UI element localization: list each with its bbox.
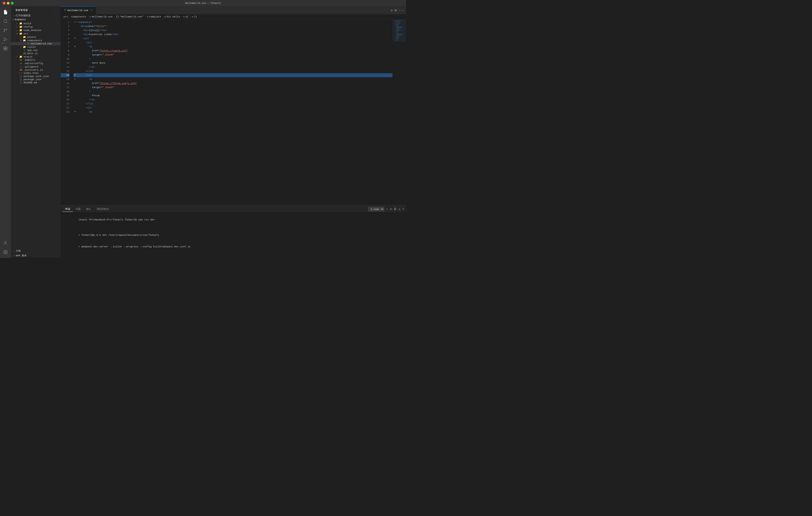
sidebar-item-components[interactable]: ▽ 📁 components: [11, 39, 61, 42]
sidebar-item-static[interactable]: ▷ 📁 static: [11, 55, 61, 58]
sidebar-item-babelrc[interactable]: B .babelrc: [11, 58, 61, 62]
editor-area: V HelloWorld.vue × ▷ ⊡ ··· src › compone…: [61, 6, 406, 258]
sidebar-item-assets[interactable]: ▷ 📁 assets: [11, 35, 61, 39]
window-title: HelloWorld.vue — fuhao7i: [185, 2, 221, 4]
file-tree: ▷ 📁 build ▷ 📁 config ▷ 📁 node_modules ▽ …: [11, 22, 61, 84]
window-controls[interactable]: [3, 2, 13, 4]
minimize-button[interactable]: [7, 2, 9, 4]
sidebar-item-package-json[interactable]: {} package.json: [11, 78, 61, 81]
search-icon[interactable]: [1, 17, 9, 25]
tab-output[interactable]: 输出: [83, 206, 94, 212]
kill-terminal-icon[interactable]: 🗑: [394, 207, 397, 211]
code-line-20: </a>: [74, 98, 393, 102]
sidebar-item-readme[interactable]: i README.md: [11, 81, 61, 84]
tab-terminal[interactable]: 终端: [62, 206, 73, 212]
term-line-1: (base) fh7iMacBook-Pro:fuhao7i fuhao7i$ …: [63, 214, 403, 225]
code-editor: 1 2 3 4 5 6 7 8 9 10 11 12 13 14 15 16 1: [61, 19, 393, 205]
bc-li[interactable]: ◇ li: [192, 15, 197, 18]
tab-problems[interactable]: 问题: [73, 206, 83, 212]
sidebar-item-router[interactable]: ▷ 📁 router: [11, 45, 61, 49]
activity-bar-bottom: [1, 239, 9, 258]
svg-rect-6: [4, 47, 5, 49]
tab-helloworld[interactable]: V HelloWorld.vue ×: [61, 6, 96, 14]
code-content[interactable]: ▼ <template> <div class="hello"> <h1>{{ …: [71, 19, 393, 205]
term-line-5: [63, 252, 403, 256]
svg-rect-8: [4, 49, 5, 50]
npm-section[interactable]: ▷ NPM 脚本: [11, 253, 61, 258]
code-line-16: href="https://forum.vuejs.org": [74, 81, 393, 85]
chevron-up-icon[interactable]: ∧: [399, 207, 400, 211]
sidebar-title: 资源管理器 ···: [11, 6, 61, 13]
code-line-15: ▼ <a: [74, 77, 393, 81]
bc-json-icon[interactable]: {} "HelloWorld.vue": [116, 16, 144, 18]
code-line-17: target="_blank": [74, 85, 393, 89]
code-line-9: target="_blank": [74, 53, 393, 57]
close-button[interactable]: [3, 2, 5, 4]
sidebar-item-build[interactable]: ▷ 📁 build: [11, 22, 61, 25]
svg-point-1: [4, 20, 7, 23]
breadcrumb: src › components › V HelloWorld.vue › {}…: [61, 14, 406, 19]
bc-divhello[interactable]: ◇ div.hello: [164, 15, 180, 18]
sidebar-title-actions: ···: [53, 9, 58, 11]
split-editor-icon[interactable]: ⊡: [395, 8, 397, 12]
svg-point-2: [4, 29, 4, 29]
sidebar-item-app-vue[interactable]: V App.vue: [11, 49, 61, 52]
bc-components[interactable]: components: [71, 16, 86, 18]
sidebar-item-index-html[interactable]: </> index.html: [11, 71, 61, 75]
sidebar-item-config[interactable]: ▷ 📁 config: [11, 25, 61, 29]
panel-actions: 1: node + ⊡ 🗑 ∧ ×: [368, 207, 404, 211]
code-line-14: ▼ <li>: [74, 73, 393, 77]
sidebar-item-editorconfig[interactable]: ⚙ .editorconfig: [11, 62, 61, 65]
sidebar-item-gitignore[interactable]: ◇ .gitignore: [11, 65, 61, 68]
bc-src[interactable]: src: [63, 16, 68, 18]
settings-icon[interactable]: [1, 248, 9, 256]
sidebar-item-main-js[interactable]: JS main.js: [11, 52, 61, 55]
source-control-icon[interactable]: [1, 26, 9, 34]
code-line-13: </li>: [74, 69, 393, 73]
tab-debug-console[interactable]: 调试控制台: [94, 206, 112, 212]
run-action-icon[interactable]: ▷: [391, 8, 393, 12]
add-terminal-icon[interactable]: +: [386, 207, 388, 211]
title-bar: HelloWorld.vue — fuhao7i: [0, 0, 406, 6]
code-line-3: <h1>{{ msg }}</h1>: [74, 28, 393, 32]
explorer-icon[interactable]: [1, 8, 9, 16]
term-line-6: 13% building modules 26/31 modules 5 act…: [63, 256, 403, 258]
svg-rect-7: [6, 47, 7, 49]
code-line-22: <li>: [74, 106, 393, 110]
tab-close-icon[interactable]: ×: [91, 9, 92, 12]
svg-point-3: [4, 31, 4, 32]
line-numbers: 1 2 3 4 5 6 7 8 9 10 11 12 13 14 15 16 1: [61, 19, 71, 205]
panel-area: 终端 问题 输出 调试控制台 1: node + ⊡ 🗑 ∧ ×: [61, 205, 406, 258]
extensions-icon[interactable]: [1, 44, 9, 53]
close-panel-icon[interactable]: ×: [402, 207, 404, 211]
sidebar-item-src[interactable]: ▽ 📁 src: [11, 32, 61, 35]
tab-bar: V HelloWorld.vue × ▷ ⊡ ···: [61, 6, 406, 14]
svg-marker-5: [4, 38, 7, 41]
sidebar-item-helloworld[interactable]: V HelloWorld.vue •: [11, 42, 61, 45]
code-line-1: ▼ <template>: [74, 20, 393, 24]
sidebar-item-package-lock[interactable]: {} package-lock.json: [11, 75, 61, 78]
sidebar-bottom: ▷ 大纲 ▷ NPM 脚本: [11, 248, 61, 258]
term-line-2: [63, 225, 403, 230]
bc-file-icon[interactable]: V HelloWorld.vue: [89, 16, 113, 18]
code-line-10: >: [74, 57, 393, 61]
svg-point-10: [5, 241, 6, 243]
account-icon[interactable]: [1, 239, 9, 247]
sidebar-item-postcssrc[interactable]: JS .postcssrc.js: [11, 68, 61, 71]
maximize-button[interactable]: [11, 2, 13, 4]
sidebar-more-icon[interactable]: ···: [53, 9, 58, 11]
split-terminal-icon[interactable]: ⊡: [390, 207, 392, 211]
open-editors-section[interactable]: ▷ 打开的编辑器: [11, 13, 61, 18]
code-line-7: ▼ <a: [74, 44, 393, 49]
sidebar-item-node-modules[interactable]: ▷ 📁 node_modules: [11, 29, 61, 32]
bc-ul[interactable]: ◇ ul: [183, 15, 188, 18]
bc-template[interactable]: ◇ template: [147, 15, 161, 18]
outline-section[interactable]: ▷ 大纲: [11, 248, 61, 253]
more-actions-icon[interactable]: ···: [399, 9, 404, 12]
root-folder[interactable]: ▽ FUHAO7I: [11, 18, 61, 22]
vue-file-icon: V: [64, 9, 66, 12]
terminal-selector[interactable]: 1: node: [368, 207, 384, 211]
terminal[interactable]: (base) fh7iMacBook-Pro:fuhao7i fuhao7i$ …: [61, 213, 406, 258]
code-line-11: Core Docs: [74, 61, 393, 65]
minimap: [393, 19, 406, 205]
